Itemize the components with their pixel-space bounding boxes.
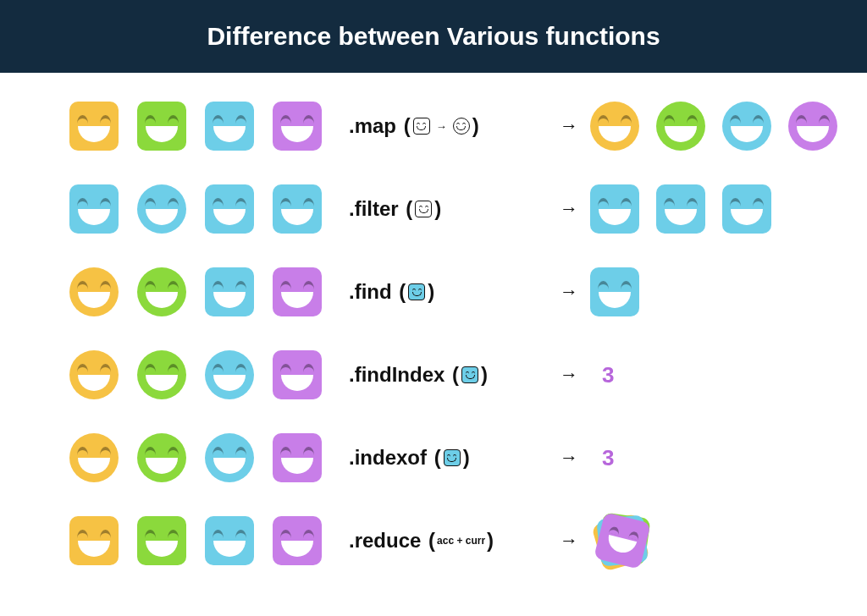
page-title: Difference between Various functions [0,0,867,73]
output-number: 3 [602,362,614,388]
smiley-face-icon [137,350,186,399]
paren-open: ( [399,280,406,304]
smiley-face-icon [656,184,705,234]
smiley-face-icon [69,350,119,399]
function-args [443,449,461,466]
smiley-face-icon [590,184,639,234]
smiley-face-icon [205,516,254,565]
input-array [69,433,349,482]
diagram-row-filter: .filter ()→ [69,179,798,239]
mini-face-icon [415,201,432,217]
function-label: .map (→) [349,114,548,138]
function-args [414,201,433,217]
smiley-face-icon [205,184,254,234]
smiley-face-icon [722,184,771,234]
input-array [69,350,349,399]
function-label: .filter () [349,197,548,221]
function-name: .find [349,280,392,304]
arg-text: acc + curr [437,535,485,547]
smiley-face-icon [69,102,119,151]
arrow-icon: → [548,281,590,303]
diagram-row-reduce: .reduce (acc + curr)→ [69,511,798,570]
diagram-content: .map (→)→.filter ()→.find ()→.findIndex … [0,73,867,570]
output-result: 3 [590,362,614,388]
smiley-face-icon [69,184,119,234]
output-result [590,102,837,151]
paren-close: ) [472,114,479,138]
input-array [69,184,349,234]
smiley-face-icon [273,184,322,234]
function-label: .indexof () [349,446,548,470]
output-result: 3 [590,445,614,471]
mini-face-icon [444,449,461,466]
output-result [590,514,649,568]
function-label: .reduce (acc + curr) [349,529,548,553]
function-args: acc + curr [437,535,485,547]
mini-face-icon [461,366,478,383]
smiley-face-icon [137,267,186,316]
paren-close: ) [463,446,470,470]
smiley-face-icon [137,516,186,565]
arrow-icon: → [548,198,590,220]
function-label: .find () [349,280,548,304]
smiley-face-icon [590,267,639,316]
function-name: .indexof [349,446,427,470]
function-name: .reduce [349,529,421,553]
mini-face-icon [413,118,430,135]
smiley-face-icon [273,267,322,316]
smiley-face-icon [205,350,254,399]
smiley-face-icon [205,102,254,151]
smiley-face-icon [69,516,119,565]
input-array [69,516,349,565]
paren-close: ) [487,529,494,553]
smiley-face-icon [137,433,186,482]
function-label: .findIndex () [349,363,548,387]
function-name: .findIndex [349,363,445,387]
arrow-icon: → [548,530,590,552]
smiley-face-icon [137,184,186,234]
mini-face-icon [453,118,470,135]
smiley-face-icon [69,267,119,316]
diagram-row-find: .find ()→ [69,262,798,322]
function-name: .map [349,114,396,138]
stacked-faces-icon [595,514,649,568]
smiley-face-icon [273,433,322,482]
diagram-row-indexof: .indexof ()→3 [69,428,798,487]
smiley-face-icon [722,102,771,151]
paren-open: ( [404,114,411,138]
input-array [69,102,349,151]
diagram-row-findIndex: .findIndex ()→3 [69,345,798,404]
paren-open: ( [428,529,435,553]
smiley-face-icon [205,433,254,482]
smiley-face-icon [590,102,639,151]
arrow-icon: → [548,364,590,386]
arrow-icon: → [548,447,590,469]
output-result [590,184,771,234]
smiley-face-icon [137,102,186,151]
smiley-face-icon [69,433,119,482]
function-args: → [412,118,471,135]
paren-open: ( [406,197,412,221]
paren-open: ( [452,363,459,387]
smiley-face-icon [656,102,705,151]
paren-close: ) [481,363,488,387]
smiley-face-icon [788,102,837,151]
output-result [590,267,639,316]
smiley-face-icon [273,516,322,565]
paren-close: ) [434,197,441,221]
output-number: 3 [602,445,614,471]
paren-open: ( [434,446,441,470]
mini-face-icon [408,283,425,300]
smiley-face-icon [273,102,322,151]
function-args [407,283,426,300]
arrow-icon: → [436,120,447,133]
paren-close: ) [428,280,434,304]
arrow-icon: → [548,115,590,137]
function-args [461,366,479,383]
smiley-face-icon [273,350,322,399]
diagram-row-map: .map (→)→ [69,96,798,156]
smiley-face-icon [205,267,254,316]
input-array [69,267,349,316]
function-name: .filter [349,197,399,221]
